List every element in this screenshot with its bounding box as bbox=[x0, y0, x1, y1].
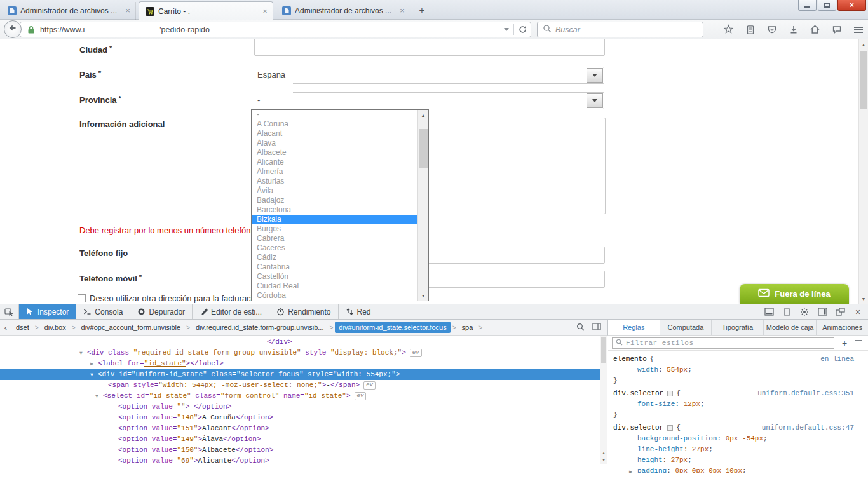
scrollbar-thumb[interactable] bbox=[601, 337, 606, 363]
url-history-chevron-icon[interactable] bbox=[504, 28, 509, 31]
markup-line[interactable]: ▼<div class="required id_state form-grou… bbox=[0, 348, 607, 358]
rule-property[interactable]: font-size: 12px; bbox=[608, 399, 868, 410]
rule-source-link[interactable]: uniform.default.css:47 bbox=[762, 423, 868, 433]
dropdown-option[interactable]: A Coruña bbox=[252, 119, 417, 129]
twisty-icon[interactable]: ▶ bbox=[90, 358, 93, 369]
sidebar-tab-boxmodel[interactable]: Modelo de caja bbox=[764, 320, 817, 335]
back-button[interactable] bbox=[4, 20, 22, 38]
sidebar-tab-rules[interactable]: Reglas bbox=[608, 320, 660, 335]
scrollbar-thumb[interactable] bbox=[419, 129, 428, 168]
https-lock-icon[interactable] bbox=[26, 25, 36, 35]
breadcrumb-item[interactable]: div.box bbox=[41, 322, 70, 333]
dropdown-option[interactable]: Cáceres bbox=[252, 243, 417, 253]
tab-inspector[interactable]: Inspector bbox=[19, 304, 76, 319]
downloads-icon[interactable] bbox=[787, 23, 800, 36]
markup-line[interactable]: <option value="">-</option> bbox=[0, 402, 607, 412]
twisty-icon[interactable]: ▼ bbox=[79, 348, 83, 358]
tab-network[interactable]: Red bbox=[339, 304, 397, 319]
settings-gear-icon[interactable] bbox=[797, 305, 811, 319]
scrollbar-thumb[interactable] bbox=[860, 51, 867, 109]
minimize-button[interactable] bbox=[798, 0, 817, 11]
markup-line[interactable]: <option value="151">Alacant</option> bbox=[0, 423, 607, 434]
markup-search-icon[interactable] bbox=[576, 323, 585, 332]
breadcrumb-item[interactable]: div#uniform-id_state.selector.focus bbox=[335, 322, 450, 333]
rule-property[interactable]: width: 554px; bbox=[608, 365, 868, 376]
breadcrumb-item[interactable]: div.required.id_state.form-group.unvisib… bbox=[192, 322, 328, 333]
tab-console[interactable]: Consola bbox=[76, 304, 130, 319]
dropdown-option[interactable]: Barcelona bbox=[252, 205, 417, 215]
markup-line[interactable]: <option value="148">A Coruña</option> bbox=[0, 412, 607, 423]
dock-side-icon[interactable] bbox=[815, 305, 829, 319]
dropdown-option[interactable]: Almería bbox=[252, 167, 417, 177]
tab-close-icon[interactable]: × bbox=[123, 6, 133, 16]
state-select[interactable] bbox=[254, 92, 604, 109]
scroll-down-icon[interactable]: ▼ bbox=[859, 294, 868, 304]
bookmarks-list-icon[interactable] bbox=[743, 23, 757, 36]
sidebar-tab-computed[interactable]: Computada bbox=[660, 320, 712, 335]
twisty-icon[interactable]: ▼ bbox=[95, 391, 98, 402]
bookmark-star-icon[interactable] bbox=[722, 23, 735, 36]
sidebar-tab-animations[interactable]: Animaciones bbox=[817, 320, 868, 335]
pick-element-button[interactable] bbox=[0, 304, 19, 319]
dropdown-option[interactable]: Albacete bbox=[252, 148, 417, 158]
close-devtools-icon[interactable]: × bbox=[851, 305, 865, 319]
offline-contact-button[interactable]: Fuera de línea bbox=[740, 284, 849, 304]
dropdown-option[interactable]: Bizkaia bbox=[252, 215, 417, 224]
twisty-icon[interactable]: ▼ bbox=[90, 369, 93, 380]
dropdown-option[interactable]: Castellón bbox=[252, 272, 417, 281]
scroll-up-icon[interactable]: ▲ bbox=[418, 110, 428, 120]
markup-line[interactable]: <option value="149">Álava</option> bbox=[0, 434, 607, 445]
rule-header[interactable]: div.selector{uniform.default.css:47 bbox=[608, 423, 868, 433]
browser-tab-2-active[interactable]: Carrito - . × bbox=[139, 1, 273, 20]
rule-property[interactable]: height: 27px; bbox=[608, 455, 868, 466]
browser-tab-3[interactable]: Administrador de archivos ... × bbox=[276, 2, 410, 20]
close-button[interactable]: × bbox=[837, 0, 866, 11]
new-tab-button[interactable]: + bbox=[413, 4, 431, 17]
scroll-up-icon[interactable]: ▲ bbox=[859, 39, 868, 50]
rules-options-icon[interactable] bbox=[855, 340, 862, 346]
page-scrollbar[interactable]: ▲ ▼ bbox=[858, 39, 868, 304]
breadcrumb-item[interactable]: div#opc_account_form.unvisible bbox=[78, 322, 185, 333]
menu-hamburger-icon[interactable] bbox=[851, 23, 865, 36]
dropdown-option[interactable]: - bbox=[252, 110, 417, 119]
dropdown-option[interactable]: Cabrera bbox=[252, 234, 417, 243]
breadcrumb-scroll-left-icon[interactable]: ‹ bbox=[0, 323, 11, 332]
expand-icon[interactable]: ▶ bbox=[629, 466, 632, 473]
dropdown-option[interactable]: Cantabria bbox=[252, 262, 417, 272]
dropdown-option[interactable]: Badajoz bbox=[252, 196, 417, 205]
dropdown-option[interactable]: Córdoba bbox=[252, 291, 417, 301]
responsive-mode-icon[interactable] bbox=[780, 305, 794, 319]
tab-close-icon[interactable]: × bbox=[260, 6, 270, 17]
select-arrow-icon[interactable] bbox=[587, 93, 603, 108]
rule-property[interactable]: background-position: 0px -54px; bbox=[608, 433, 868, 444]
hello-chat-icon[interactable] bbox=[830, 23, 843, 36]
markup-scrollbar[interactable]: ▲ ▼ bbox=[600, 336, 607, 464]
undock-window-icon[interactable] bbox=[833, 305, 847, 319]
rule-property[interactable]: ▶padding: 0px 0px 0px 10px; bbox=[608, 466, 868, 473]
dropdown-scrollbar[interactable]: ▲ ▼ bbox=[417, 110, 428, 301]
dropdown-option[interactable]: Ávila bbox=[252, 186, 417, 196]
filter-styles-input[interactable]: Filtrar estilos bbox=[612, 337, 834, 349]
breadcrumb-item[interactable]: dset bbox=[12, 322, 33, 333]
dropdown-option[interactable]: Alicante bbox=[252, 158, 417, 167]
split-console-icon[interactable] bbox=[762, 305, 776, 319]
markup-line[interactable]: </div> bbox=[0, 337, 607, 348]
browser-tab-1[interactable]: Administrador de archivos ... × bbox=[1, 2, 136, 20]
dropdown-option[interactable]: Asturias bbox=[252, 177, 417, 186]
city-input[interactable] bbox=[254, 39, 605, 56]
dropdown-option[interactable]: Alacant bbox=[252, 129, 417, 139]
pocket-icon[interactable] bbox=[765, 23, 778, 36]
highlight-selector-icon[interactable] bbox=[667, 425, 673, 431]
breadcrumb-item[interactable]: spa bbox=[458, 322, 477, 333]
rule-header[interactable]: elemento{en línea bbox=[608, 354, 868, 365]
scroll-down-icon[interactable]: ▼ bbox=[418, 290, 428, 301]
tab-style-editor[interactable]: Editor de esti... bbox=[193, 304, 269, 319]
country-select[interactable] bbox=[254, 67, 604, 84]
scroll-up-icon[interactable]: ▲ bbox=[600, 450, 607, 457]
sidebar-tab-fonts[interactable]: Tipografía bbox=[712, 320, 764, 335]
tab-performance[interactable]: Rendimiento bbox=[269, 304, 338, 319]
billing-address-checkbox[interactable] bbox=[78, 294, 86, 302]
maximize-button[interactable] bbox=[818, 0, 836, 11]
dropdown-option[interactable]: Ciudad Real bbox=[252, 281, 417, 291]
markup-view[interactable]: </div>▼<div class="required id_state for… bbox=[0, 336, 607, 464]
